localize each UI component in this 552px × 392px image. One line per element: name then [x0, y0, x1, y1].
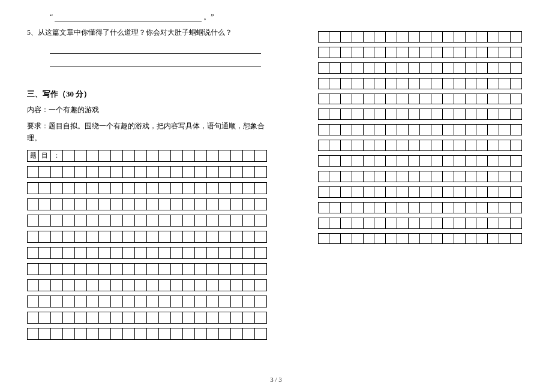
grid-cell: [51, 279, 63, 291]
grid-cell: [27, 312, 39, 324]
grid-cell: [111, 328, 123, 340]
grid-cell: [231, 215, 243, 227]
grid-cell: [466, 140, 477, 151]
grid-cell: [352, 78, 364, 89]
title-cell: [135, 150, 147, 162]
title-cell: [243, 150, 255, 162]
grid-cell: [476, 218, 488, 229]
grid-cell: [63, 198, 75, 210]
grid-cell: [431, 171, 443, 182]
grid-cell: [420, 155, 431, 167]
grid-cell: [341, 233, 352, 245]
grid-cell: [374, 233, 386, 245]
grid-cell: [397, 47, 409, 58]
grid-cell: [341, 155, 352, 167]
grid-cell: [27, 279, 39, 291]
grid-cell: [75, 247, 87, 259]
grid-cell: [454, 62, 466, 74]
grid-row: [27, 279, 267, 291]
grid-cell: [207, 215, 219, 227]
quote-blank-line: “ 。”: [27, 12, 267, 22]
grid-cell: [39, 263, 51, 275]
grid-cell: [111, 312, 123, 324]
grid-cell: [454, 124, 466, 135]
grid-cell: [499, 202, 511, 213]
grid-cell: [159, 247, 171, 259]
grid-cell: [255, 198, 267, 210]
grid-cell: [219, 279, 231, 291]
grid-cell: [409, 140, 420, 151]
grid-cell: [397, 233, 409, 245]
title-cell: [123, 150, 135, 162]
grid-cell: [364, 108, 375, 120]
grid-cell: [207, 279, 219, 291]
grid-cell: [51, 215, 63, 227]
title-cell: [99, 150, 111, 162]
grid-cell: [183, 182, 195, 194]
grid-cell: [329, 140, 341, 151]
grid-cell: [147, 182, 159, 194]
grid-cell: [195, 231, 207, 243]
grid-row: [318, 47, 522, 58]
grid-cell: [87, 328, 99, 340]
grid-cell: [454, 155, 466, 167]
grid-cell: [39, 247, 51, 259]
grid-cell: [499, 171, 511, 182]
grid-cell: [454, 171, 466, 182]
grid-cell: [352, 218, 364, 229]
grid-cell: [466, 124, 477, 135]
grid-cell: [111, 198, 123, 210]
grid-cell: [255, 328, 267, 340]
grid-cell: [318, 218, 329, 229]
grid-cell: [39, 295, 51, 307]
grid-cell: [51, 182, 63, 194]
answer-line-1: [50, 43, 261, 54]
grid-cell: [318, 31, 329, 43]
grid-cell: [352, 94, 364, 105]
grid-cell: [431, 62, 443, 74]
grid-row: [27, 247, 267, 259]
grid-cell: [147, 328, 159, 340]
grid-cell: [135, 279, 147, 291]
grid-cell: [397, 202, 409, 213]
grid-cell: [352, 202, 364, 213]
grid-cell: [135, 215, 147, 227]
grid-cell: [27, 295, 39, 307]
grid-cell: [476, 108, 488, 120]
grid-cell: [243, 247, 255, 259]
grid-cell: [63, 182, 75, 194]
grid-cell: [63, 166, 75, 178]
grid-cell: [488, 124, 499, 135]
right-column: [318, 12, 522, 340]
grid-row: [318, 155, 522, 167]
grid-cell: [374, 186, 386, 198]
grid-cell: [511, 186, 522, 198]
content-label: 内容：一个有趣的游戏: [27, 104, 267, 116]
grid-row: [318, 218, 522, 229]
grid-cell: [171, 182, 183, 194]
grid-cell: [443, 62, 454, 74]
grid-cell: [63, 263, 75, 275]
grid-cell: [329, 124, 341, 135]
grid-cell: [431, 202, 443, 213]
grid-cell: [243, 231, 255, 243]
grid-cell: [386, 31, 397, 43]
grid-cell: [183, 231, 195, 243]
grid-cell: [397, 155, 409, 167]
grid-cell: [443, 47, 454, 58]
grid-cell: [499, 108, 511, 120]
grid-cell: [374, 218, 386, 229]
grid-cell: [123, 182, 135, 194]
grid-cell: [341, 62, 352, 74]
grid-cell: [386, 108, 397, 120]
title-cell: [147, 150, 159, 162]
grid-cell: [219, 247, 231, 259]
grid-cell: [488, 171, 499, 182]
grid-cell: [397, 140, 409, 151]
grid-cell: [87, 247, 99, 259]
grid-cell: [409, 171, 420, 182]
grid-cell: [420, 62, 431, 74]
grid-cell: [219, 295, 231, 307]
title-cell: [171, 150, 183, 162]
grid-cell: [511, 47, 522, 58]
